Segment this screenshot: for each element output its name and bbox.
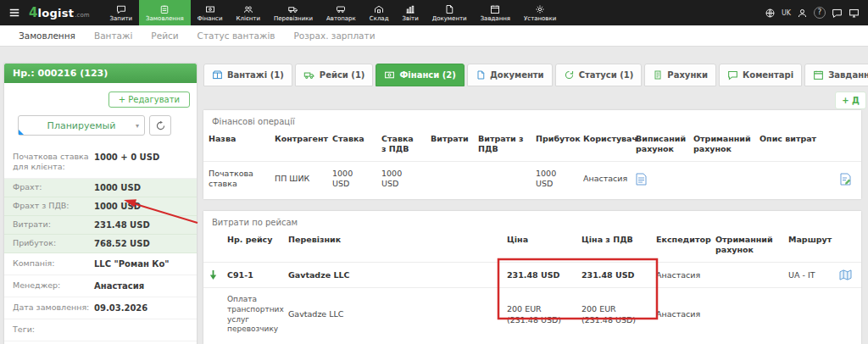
map-icon[interactable]: [839, 269, 852, 279]
nav-item-clients[interactable]: Клієнти: [230, 0, 267, 25]
nav-item-finance[interactable]: Фінанси: [191, 0, 230, 25]
cell-user: Анастасия: [578, 161, 631, 196]
edit-button[interactable]: + Редагувати: [108, 92, 190, 108]
tab-statuses[interactable]: Статуси (1): [555, 64, 643, 86]
top-nav-items: Запити Замовлення Фінанси Клієнти Переві…: [103, 0, 564, 25]
globe-icon[interactable]: [765, 8, 776, 19]
tab-cargo[interactable]: Вантажі (1): [203, 64, 292, 86]
nav-item-label: Автопарк: [326, 15, 356, 22]
nav-item-carriers[interactable]: Перевізники: [267, 0, 320, 25]
expense-note-icon[interactable]: [840, 174, 851, 183]
col-header: Контрагент: [270, 130, 327, 161]
subnav-item-orders[interactable]: Замовлення: [19, 31, 75, 41]
route-map-cell: [834, 288, 861, 341]
document-icon: [476, 69, 486, 80]
chat-bubble-icon[interactable]: [832, 8, 843, 19]
nav-item-label: Замовлення: [146, 15, 184, 22]
nav-item-fleet[interactable]: Автопарк: [320, 0, 363, 25]
nav-item-documents[interactable]: Документи: [426, 0, 474, 25]
document-page-icon[interactable]: [636, 174, 647, 183]
nav-item-tasks[interactable]: Завдання: [474, 0, 517, 25]
col-header: Ставка з ПДВ: [376, 130, 426, 161]
panel-title: Витрати по рейсам: [203, 211, 861, 231]
cell-profit: 1000 USD: [531, 161, 578, 196]
chat-icon: [116, 4, 126, 14]
subnav-item-trips[interactable]: Рейси: [151, 31, 178, 41]
subnav-item-cargo[interactable]: Вантажі: [94, 31, 132, 41]
nav-item-label: Фінанси: [198, 15, 223, 22]
nav-item-label: Установки: [524, 15, 556, 22]
nav-item-settings[interactable]: Установки: [517, 0, 563, 25]
green-down-arrow-icon[interactable]: [209, 269, 218, 279]
monitor-icon[interactable]: [849, 8, 860, 19]
route-map-cell: [834, 263, 861, 288]
tab-comments[interactable]: Коментарі: [719, 64, 802, 86]
page: 4logist.com Запити Замовлення Фінанси Кл…: [0, 0, 868, 344]
cell-contragent: ПП ШИК: [270, 161, 327, 196]
language-label[interactable]: UK: [782, 9, 791, 17]
help-icon[interactable]: ?: [814, 7, 826, 19]
order-status-select[interactable]: Планируемый ▾: [18, 115, 145, 136]
trip-row[interactable]: C91-1 Gavtadze LLC 231.48 USD 231.48 USD…: [203, 263, 861, 288]
tab-documents[interactable]: Документи: [467, 64, 553, 86]
trip-expenses-table: Нр. рейсу Перевізник Ціна Ціна з ПДВ Екс…: [203, 231, 861, 341]
field-freight-vat: Фрахт з ПДВ: 1000 USD: [4, 197, 197, 216]
status-icon: [564, 69, 575, 80]
tab-invoices[interactable]: Рахунки: [644, 64, 716, 86]
subnav-item-cargo-status[interactable]: Статус вантажів: [198, 31, 275, 41]
nav-item-orders[interactable]: Замовлення: [139, 0, 191, 25]
cell-expenses: [426, 161, 473, 196]
trip-expense-row[interactable]: Оплата транспортних услуг перевозчику Ga…: [203, 288, 861, 341]
clients-icon: [243, 4, 253, 14]
col-header: Ціна: [502, 231, 576, 262]
order-status-value: Планируемый: [47, 120, 116, 131]
logo-tld: .com: [75, 12, 89, 19]
col-header: Отриманний рахунок: [710, 231, 783, 262]
tab-tasks[interactable]: Завдання: [804, 64, 868, 86]
order-number-header: Нр.: 000216 (123): [4, 64, 197, 83]
chevron-down-icon: ▾: [136, 122, 139, 130]
user-icon[interactable]: [797, 8, 808, 19]
content-area: Нр.: 000216 (123) + Редагувати Планируем…: [0, 47, 868, 344]
panel-title: Фінансові операції: [203, 110, 861, 130]
col-header: Ціна з ПДВ: [576, 231, 651, 262]
logo-prefix: 4: [29, 5, 37, 20]
order-tabs: Вантажі (1) Рейси (1) Фінанси (2) Докуме…: [203, 64, 861, 86]
cell-price-vat: 200 EUR (231.48 USD): [576, 288, 651, 341]
fleet-icon: [336, 4, 346, 14]
add-button[interactable]: + Д: [835, 92, 866, 109]
cell-price-vat: 231.48 USD: [576, 263, 651, 288]
cargo-icon: [212, 69, 223, 80]
carriers-icon: [288, 4, 298, 14]
reports-icon: [405, 4, 415, 14]
tab-finance[interactable]: Фінанси (2): [376, 64, 464, 86]
cell-carrier: Gavtadze LLC: [283, 263, 502, 288]
col-header: Назва: [203, 130, 270, 161]
sub-nav-bar: Замовлення Вантажі Рейси Статус вантажів…: [0, 25, 868, 47]
col-header: Ставка: [327, 130, 376, 161]
menu-icon[interactable]: [8, 7, 20, 19]
nav-item-label: Звіти: [403, 15, 419, 22]
col-header: Користувач: [578, 130, 631, 161]
table-row[interactable]: Початкова ставка ПП ШИК 1000 USD 1000 US…: [203, 161, 861, 196]
expand-cell: [203, 263, 222, 288]
nav-item-reports[interactable]: Звіти: [396, 0, 426, 25]
tab-trips[interactable]: Рейси (1): [295, 64, 374, 86]
cell-name: Початкова ставка: [203, 161, 270, 196]
field-profit: Прибуток: 768.52 USD: [4, 235, 197, 253]
status-row: Планируемый ▾: [4, 111, 197, 147]
col-header: Маршрут: [783, 231, 834, 262]
cell-expense-name: Оплата транспортних услуг перевозчику: [222, 288, 283, 341]
nav-item-warehouse[interactable]: Склад: [363, 0, 396, 25]
status-history-button[interactable]: [149, 115, 171, 136]
warehouse-icon: [374, 4, 384, 14]
top-nav-bar: 4logist.com Запити Замовлення Фінанси Кл…: [0, 0, 868, 25]
calendar-icon: [813, 69, 824, 80]
cell-price: 231.48 USD: [502, 263, 576, 288]
nav-item-label: Документи: [432, 15, 467, 22]
subnav-item-salary[interactable]: Розрах. зарплати: [294, 31, 376, 41]
nav-item-requests[interactable]: Запити: [103, 0, 140, 25]
logo[interactable]: 4logist.com: [29, 5, 90, 20]
nav-item-label: Запити: [110, 15, 133, 22]
truck-icon: [303, 69, 315, 80]
